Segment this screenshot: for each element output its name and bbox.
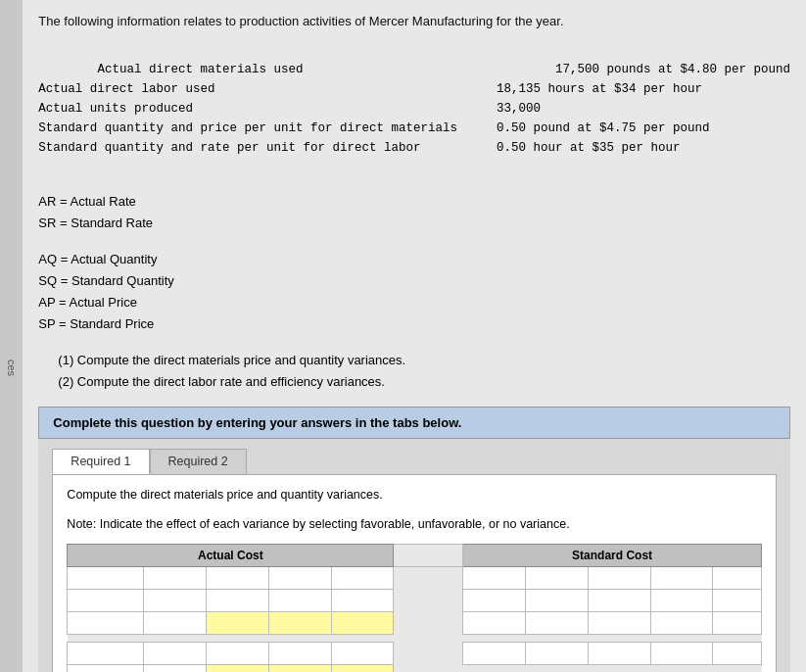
cell[interactable] xyxy=(463,589,526,611)
input-field[interactable] xyxy=(148,615,202,631)
input-field[interactable] xyxy=(467,615,521,631)
spacer-cell xyxy=(428,664,462,672)
cell[interactable] xyxy=(207,642,269,664)
tab-required2[interactable]: Required 2 xyxy=(150,449,247,474)
yellow-cell[interactable] xyxy=(207,664,269,672)
input-field[interactable] xyxy=(211,615,264,631)
spacer-cell xyxy=(394,664,428,672)
input-field[interactable] xyxy=(467,646,521,661)
input-field[interactable] xyxy=(717,646,757,661)
cell[interactable] xyxy=(68,589,144,611)
input-field[interactable] xyxy=(71,615,139,631)
cell[interactable] xyxy=(525,642,588,664)
input-field[interactable] xyxy=(336,646,390,661)
cell[interactable] xyxy=(268,566,331,589)
cell[interactable] xyxy=(525,589,588,611)
input-field[interactable] xyxy=(71,646,139,661)
input-field[interactable] xyxy=(71,668,139,672)
input-field[interactable] xyxy=(211,593,264,608)
cell[interactable] xyxy=(144,589,207,611)
input-field[interactable] xyxy=(273,668,327,672)
input-field[interactable] xyxy=(530,593,584,608)
left-sidebar: ces xyxy=(0,0,23,672)
yellow-cell[interactable] xyxy=(268,664,331,672)
cell[interactable] xyxy=(588,566,650,589)
cell[interactable] xyxy=(331,566,394,589)
cell[interactable] xyxy=(144,566,207,589)
input-field[interactable] xyxy=(530,646,584,661)
input-field[interactable] xyxy=(273,615,327,631)
input-field[interactable] xyxy=(211,668,264,672)
input-field[interactable] xyxy=(71,570,139,586)
input-field[interactable] xyxy=(655,646,709,661)
cell[interactable] xyxy=(268,642,331,664)
cell[interactable] xyxy=(525,566,588,589)
input-field[interactable] xyxy=(273,593,327,608)
input-field[interactable] xyxy=(717,593,757,608)
page-outer: ces The following information relates to… xyxy=(0,0,806,672)
cell[interactable] xyxy=(525,611,588,634)
cell[interactable] xyxy=(207,589,269,611)
cell[interactable] xyxy=(463,566,526,589)
cell[interactable] xyxy=(713,566,762,589)
cell[interactable] xyxy=(713,611,762,634)
input-field[interactable] xyxy=(336,615,390,631)
cell[interactable] xyxy=(650,589,713,611)
cell[interactable] xyxy=(650,642,713,664)
cell[interactable] xyxy=(331,642,394,664)
cell[interactable] xyxy=(331,589,394,611)
input-field[interactable] xyxy=(717,570,757,586)
cell[interactable] xyxy=(650,566,713,589)
input-field[interactable] xyxy=(148,646,202,661)
input-field[interactable] xyxy=(593,615,646,631)
yellow-cell[interactable] xyxy=(331,611,394,634)
input-field[interactable] xyxy=(467,593,521,608)
input-field[interactable] xyxy=(655,570,709,586)
cell[interactable] xyxy=(588,642,650,664)
cell[interactable] xyxy=(68,611,144,634)
input-field[interactable] xyxy=(148,570,202,586)
cell[interactable] xyxy=(713,642,762,664)
input-field[interactable] xyxy=(336,668,390,672)
input-field[interactable] xyxy=(467,570,521,586)
input-field[interactable] xyxy=(655,615,709,631)
cell[interactable] xyxy=(268,589,331,611)
cell[interactable] xyxy=(68,566,144,589)
cell[interactable] xyxy=(588,611,650,634)
spacer-cell xyxy=(428,589,462,611)
input-field[interactable] xyxy=(211,570,264,586)
cell[interactable] xyxy=(144,642,207,664)
cell[interactable] xyxy=(68,664,144,672)
input-field[interactable] xyxy=(273,570,327,586)
yellow-cell[interactable] xyxy=(268,611,331,634)
cell[interactable] xyxy=(144,664,207,672)
yellow-cell[interactable] xyxy=(207,611,269,634)
input-field[interactable] xyxy=(148,668,202,672)
cell[interactable] xyxy=(588,589,650,611)
input-field[interactable] xyxy=(593,593,646,608)
cell[interactable] xyxy=(463,642,526,664)
input-field[interactable] xyxy=(211,646,264,661)
cell[interactable] xyxy=(144,611,207,634)
cell[interactable] xyxy=(650,611,713,634)
legend-sr: SR = Standard Rate xyxy=(38,213,790,234)
cell[interactable] xyxy=(207,566,269,589)
input-field[interactable] xyxy=(273,646,327,661)
input-field[interactable] xyxy=(336,570,390,586)
input-field[interactable] xyxy=(530,615,584,631)
tabs-area: Required 1 Required 2 Compute the direct… xyxy=(38,439,790,672)
cell[interactable] xyxy=(463,611,526,634)
input-field[interactable] xyxy=(717,615,757,631)
input-field[interactable] xyxy=(593,570,646,586)
yellow-cell[interactable] xyxy=(331,664,394,672)
input-field[interactable] xyxy=(336,593,390,608)
cell[interactable] xyxy=(713,589,762,611)
input-field[interactable] xyxy=(530,570,584,586)
input-field[interactable] xyxy=(71,593,139,608)
data-left: Actual direct materials used Actual dire… xyxy=(38,40,457,177)
cell[interactable] xyxy=(68,642,144,664)
input-field[interactable] xyxy=(148,593,202,608)
input-field[interactable] xyxy=(655,593,709,608)
tab-required1[interactable]: Required 1 xyxy=(52,449,149,474)
input-field[interactable] xyxy=(593,646,646,661)
